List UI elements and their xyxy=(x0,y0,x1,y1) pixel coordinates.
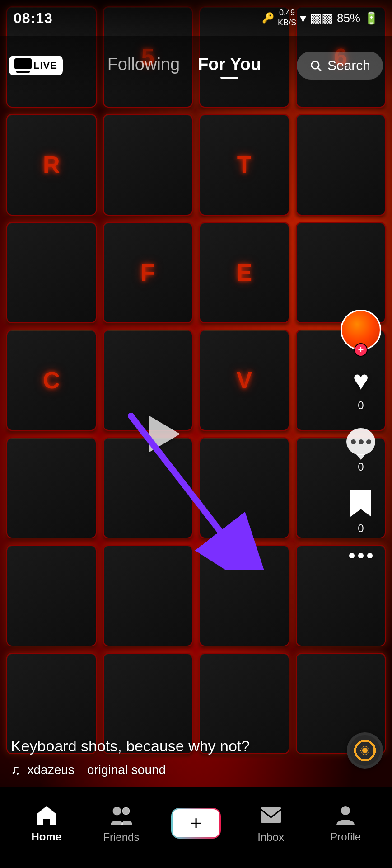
status-bar: 08:13 🔑 0.49 KB/S ▾ ▩▩ 85% 🔋 xyxy=(0,0,392,36)
search-label: Search xyxy=(327,58,370,73)
bottom-navigation: Home Friends + Inbox Profile xyxy=(0,787,392,868)
comment-button[interactable]: 0 xyxy=(345,425,377,473)
net-speed: 0.49 KB/S xyxy=(278,8,296,28)
key-cap xyxy=(6,437,97,538)
profile-icon xyxy=(334,803,357,827)
friends-icon xyxy=(109,803,133,827)
comment-count: 0 xyxy=(358,461,364,473)
svg-point-5 xyxy=(122,807,130,815)
status-time: 08:13 xyxy=(14,10,53,27)
plus-icon: + xyxy=(190,813,202,833)
nav-item-create[interactable]: + xyxy=(159,808,233,839)
key-cap: F xyxy=(103,222,193,323)
svg-line-1 xyxy=(318,68,321,71)
svg-rect-6 xyxy=(261,807,281,823)
key-cap: C xyxy=(6,330,97,431)
music-note-icon: ♫ xyxy=(11,762,21,778)
key-cap xyxy=(6,222,97,323)
key-cap xyxy=(103,437,193,538)
key-cap: T xyxy=(199,114,289,215)
like-count: 0 xyxy=(358,399,364,412)
nav-label-profile: Profile xyxy=(330,830,361,843)
dot xyxy=(359,439,364,444)
key-cap xyxy=(6,545,97,646)
heart-icon: ♥ xyxy=(353,365,369,396)
record-center xyxy=(361,746,369,755)
nav-label-home: Home xyxy=(31,830,61,843)
key-icon: 🔑 xyxy=(262,12,274,24)
nav-item-friends[interactable]: Friends xyxy=(84,803,159,844)
comment-bubble-icon xyxy=(346,428,375,455)
live-tv-icon xyxy=(14,58,32,73)
key-cap xyxy=(296,545,386,646)
key-cap xyxy=(103,545,193,646)
key-cap: R xyxy=(6,114,97,215)
music-info[interactable]: ♫ xdazeus original sound xyxy=(11,762,318,778)
live-label: LIVE xyxy=(33,60,57,71)
status-icons: 🔑 0.49 KB/S ▾ ▩▩ 85% 🔋 xyxy=(262,8,378,28)
wifi-icon: ▾ xyxy=(300,11,306,26)
nav-label-inbox: Inbox xyxy=(257,831,284,844)
key-cap: E xyxy=(199,222,289,323)
tv-stand xyxy=(16,71,30,73)
key-cap xyxy=(296,222,386,323)
like-icon-container: ♥ xyxy=(345,364,377,396)
svg-point-4 xyxy=(113,807,121,815)
follow-button[interactable]: + xyxy=(354,343,368,357)
tab-following[interactable]: Following xyxy=(107,55,180,77)
comment-dots xyxy=(351,439,371,444)
right-actions: + ♥ 0 0 0 xyxy=(341,310,381,558)
more-options-button[interactable] xyxy=(349,548,373,558)
comment-icon-container xyxy=(345,425,377,458)
video-info: Keyboard shots, because why not? ♫ xdaze… xyxy=(0,737,329,778)
bookmark-button[interactable]: 0 xyxy=(345,487,377,535)
top-navigation: LIVE Following For You Search xyxy=(0,36,392,95)
key-cap xyxy=(103,114,193,215)
video-description: Keyboard shots, because why not? xyxy=(11,737,318,755)
search-icon xyxy=(309,59,322,72)
live-badge[interactable]: LIVE xyxy=(9,56,63,75)
home-icon xyxy=(35,803,58,827)
play-icon xyxy=(149,416,180,452)
signal-icon: ▩▩ xyxy=(310,11,333,26)
music-title: original sound xyxy=(87,763,166,777)
tv-screen xyxy=(14,58,32,69)
more-dot xyxy=(358,553,364,558)
dot xyxy=(366,439,371,444)
svg-point-0 xyxy=(312,61,319,69)
more-dots-icon xyxy=(349,553,373,558)
creator-avatar[interactable]: + xyxy=(341,310,381,350)
like-button[interactable]: ♥ 0 xyxy=(345,364,377,412)
key-cap xyxy=(296,114,386,215)
bookmark-icon xyxy=(349,489,373,518)
more-dot xyxy=(349,553,355,558)
nav-item-profile[interactable]: Profile xyxy=(308,803,383,843)
music-record[interactable] xyxy=(347,732,383,769)
bookmark-count: 0 xyxy=(358,522,364,535)
tab-foryou[interactable]: For You xyxy=(198,55,261,77)
battery-percent: 85% xyxy=(337,11,360,25)
create-button[interactable]: + xyxy=(171,808,221,839)
nav-item-inbox[interactable]: Inbox xyxy=(233,803,308,844)
key-cap xyxy=(199,437,289,538)
battery-icon: 🔋 xyxy=(364,11,378,25)
dot xyxy=(351,439,356,444)
music-author: xdazeus xyxy=(28,763,75,777)
nav-item-home[interactable]: Home xyxy=(9,803,84,843)
nav-label-friends: Friends xyxy=(103,831,139,844)
svg-point-7 xyxy=(341,806,350,815)
bookmark-icon-container xyxy=(345,487,377,519)
search-button[interactable]: Search xyxy=(297,52,383,80)
play-button[interactable] xyxy=(149,416,180,452)
nav-tabs: Following For You xyxy=(72,55,297,77)
key-cap: V xyxy=(199,330,289,431)
more-dot xyxy=(367,553,373,558)
key-cap xyxy=(199,545,289,646)
inbox-icon xyxy=(259,803,283,827)
